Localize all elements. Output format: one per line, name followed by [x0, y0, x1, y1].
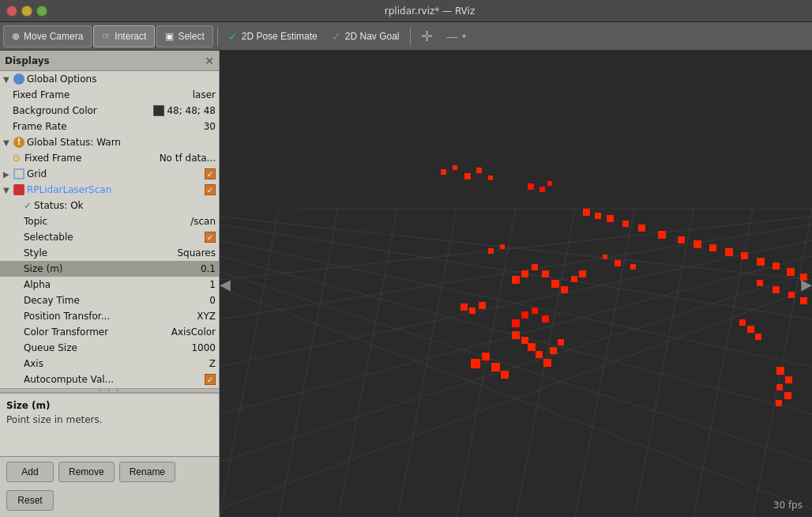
global-status-row[interactable]: ▼ ! Global Status: Warn	[0, 134, 219, 150]
grid-row[interactable]: ▶ Grid ✓	[0, 166, 219, 182]
alpha-row[interactable]: Alpha 1	[0, 277, 219, 292]
viewport-arrow-left[interactable]: ◀	[220, 276, 231, 292]
frame-rate-value: 30	[204, 121, 216, 132]
svg-rect-75	[469, 308, 476, 314]
displays-title: Displays	[5, 55, 205, 66]
svg-rect-76	[479, 302, 486, 309]
viewport-arrow-right[interactable]: ▶	[801, 276, 812, 292]
left-panel: Displays ✕ ▼ Global Options Fixed Frame …	[0, 51, 220, 517]
status-ok-label: Status: Ok	[34, 200, 216, 211]
close-button[interactable]	[6, 6, 17, 17]
selectable-row[interactable]: Selectable ✓	[0, 229, 219, 245]
laser-scan-arrow: ▼	[3, 186, 11, 194]
plus-button[interactable]: ✛	[415, 25, 439, 47]
move-camera-button[interactable]: ⊕ Move Camera	[3, 25, 92, 47]
alpha-label: Alpha	[24, 279, 207, 290]
svg-rect-45	[787, 268, 795, 276]
svg-rect-55	[551, 280, 559, 288]
svg-rect-65	[532, 308, 538, 314]
svg-rect-61	[491, 363, 500, 372]
frame-rate-row[interactable]: Frame Rate 30	[0, 119, 219, 134]
svg-rect-27	[476, 168, 482, 173]
global-status-fixed-frame-row[interactable]: ⊙ Fixed Frame No tf data...	[0, 150, 219, 166]
toolbar: ⊕ Move Camera ☞ Interact ▣ Select ✓ 2D P…	[0, 22, 812, 51]
pose-estimate-button[interactable]: ✓ 2D Pose Estimate	[222, 25, 324, 47]
grid-canvas	[220, 51, 812, 517]
fps-label: 30 fps	[773, 500, 803, 511]
size-row[interactable]: Size (m) 0.1	[0, 261, 219, 277]
displays-header: Displays ✕	[0, 51, 219, 71]
grid-checkbox[interactable]: ✓	[205, 168, 216, 179]
svg-rect-37	[658, 231, 666, 239]
global-options-arrow: ▼	[3, 75, 11, 84]
maximize-button[interactable]	[36, 6, 47, 17]
minimize-button[interactable]	[21, 6, 32, 17]
topic-label: Topic	[24, 216, 188, 227]
nav-goal-button[interactable]: ✓ 2D Nav Goal	[325, 25, 406, 47]
reset-button[interactable]: Reset	[6, 490, 54, 511]
svg-rect-89	[603, 255, 607, 259]
queue-size-value: 1000	[191, 342, 216, 353]
laser-scan-row[interactable]: ▼ RPLidarLaserScan ✓	[0, 182, 219, 198]
button-row: Add Remove Rename	[0, 456, 219, 487]
svg-rect-24	[441, 169, 446, 175]
topic-row[interactable]: Topic /scan	[0, 213, 219, 229]
svg-rect-34	[607, 215, 614, 222]
autocompute-row[interactable]: Autocompute Val... ✓	[0, 372, 219, 387]
svg-rect-51	[512, 276, 520, 284]
global-options-row[interactable]: ▼ Global Options	[0, 71, 219, 87]
select-button[interactable]: ▣ Select	[156, 25, 212, 47]
add-button[interactable]: Add	[6, 462, 54, 482]
background-color-row[interactable]: Background Color 48; 48; 48	[0, 103, 219, 119]
selectable-label: Selectable	[24, 232, 202, 243]
rename-button[interactable]: Rename	[119, 462, 175, 482]
displays-close-button[interactable]: ✕	[205, 55, 214, 67]
grid-arrow: ▶	[3, 170, 11, 179]
info-panel: Size (m) Point size in meters.	[0, 393, 219, 456]
svg-rect-48	[773, 286, 780, 293]
svg-rect-54	[542, 270, 549, 277]
svg-rect-88	[630, 264, 636, 270]
global-status-label: Global Status: Warn	[27, 137, 216, 148]
viewport[interactable]: ◀ ▶ 30 fps	[220, 51, 812, 517]
svg-rect-81	[785, 376, 792, 383]
svg-rect-74	[461, 304, 468, 311]
select-icon: ▣	[165, 31, 174, 42]
interact-button[interactable]: ☞ Interact	[93, 25, 155, 47]
color-transformer-row[interactable]: Color Transformer AxisColor	[0, 324, 219, 340]
svg-rect-68	[521, 337, 528, 344]
selectable-checkbox[interactable]: ✓	[205, 232, 216, 243]
svg-rect-84	[776, 400, 782, 406]
position-transform-value: XYZ	[197, 311, 216, 322]
grid-icon	[13, 168, 24, 179]
svg-rect-64	[521, 311, 528, 319]
svg-rect-80	[776, 367, 784, 375]
fixed-frame-value: laser	[193, 89, 216, 100]
axis-row[interactable]: Axis Z	[0, 356, 219, 372]
window-title: rplidar.rviz* — RViz	[54, 6, 806, 17]
svg-rect-35	[622, 221, 629, 227]
position-transform-row[interactable]: Position Transfor... XYZ	[0, 308, 219, 324]
svg-rect-52	[521, 270, 528, 277]
titlebar: rplidar.rviz* — RViz	[0, 0, 812, 22]
svg-rect-36	[638, 225, 645, 232]
autocompute-checkbox[interactable]: ✓	[205, 374, 216, 385]
plus-icon: ✛	[421, 28, 433, 45]
global-status-fixed-frame-value: No tf data...	[160, 153, 216, 164]
svg-rect-42	[741, 252, 748, 259]
queue-size-row[interactable]: Queue Size 1000	[0, 340, 219, 356]
global-options-icon	[13, 74, 24, 85]
tree-panel[interactable]: ▼ Global Options Fixed Frame laser Backg…	[0, 71, 219, 388]
style-row[interactable]: Style Squares	[0, 245, 219, 261]
status-ok-row[interactable]: ✓ Status: Ok	[0, 198, 219, 213]
remove-button[interactable]: Remove	[58, 462, 115, 482]
color-transformer-value: AxisColor	[171, 326, 216, 338]
warn-icon: ⊙	[13, 153, 21, 164]
decay-time-row[interactable]: Decay Time 0	[0, 292, 219, 308]
laser-scan-checkbox[interactable]: ✓	[205, 184, 216, 195]
minus-button[interactable]: — ▾	[441, 25, 472, 47]
style-label: Style	[24, 247, 175, 258]
fixed-frame-row[interactable]: Fixed Frame laser	[0, 87, 219, 103]
svg-rect-58	[579, 270, 586, 277]
interact-icon: ☞	[102, 31, 111, 42]
